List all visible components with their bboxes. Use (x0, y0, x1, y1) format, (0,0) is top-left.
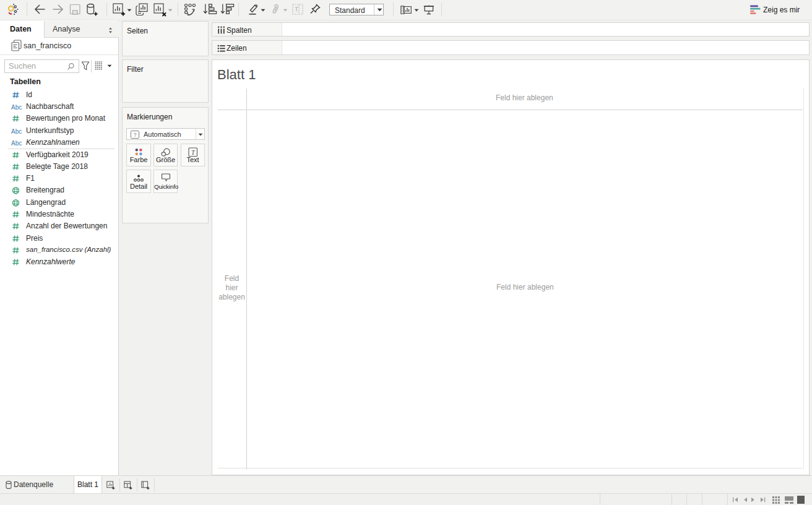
svg-text:T: T (191, 150, 195, 156)
svg-text:?: ? (134, 132, 137, 138)
